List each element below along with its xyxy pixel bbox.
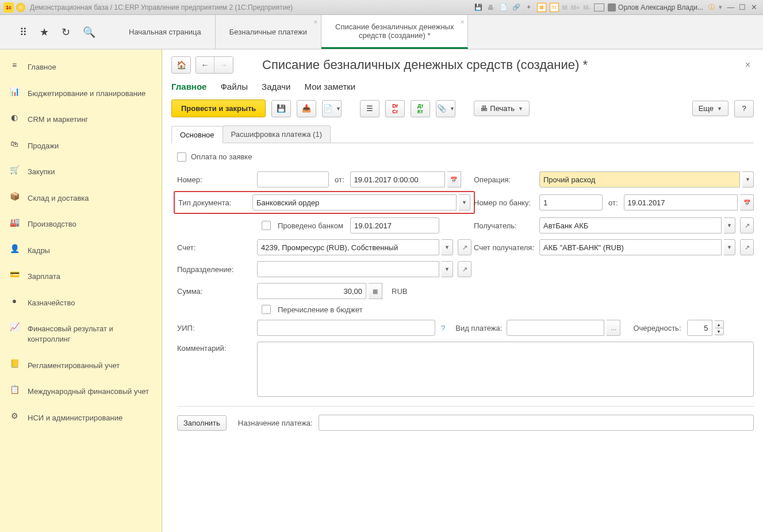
- attach-button[interactable]: 📎▼: [436, 100, 455, 117]
- app-circle-icon[interactable]: [16, 3, 25, 12]
- history-icon[interactable]: ↻: [62, 26, 70, 39]
- doc-type-input[interactable]: Банковский ордер: [252, 194, 457, 210]
- close-page-button[interactable]: ×: [742, 60, 754, 70]
- nav-forward-button[interactable]: →: [214, 57, 233, 73]
- toolbar-panel-icon[interactable]: [594, 3, 604, 12]
- drcr-button[interactable]: DrCr: [385, 100, 405, 117]
- minimize-button[interactable]: —: [725, 3, 737, 12]
- uip-help-icon[interactable]: ?: [438, 324, 448, 332]
- number-input[interactable]: [257, 171, 329, 187]
- bank-number-input[interactable]: 1: [539, 194, 603, 210]
- save-button[interactable]: 💾: [271, 100, 291, 117]
- date-picker-icon[interactable]: 📅: [447, 171, 461, 187]
- operation-dropdown-icon[interactable]: ▼: [742, 171, 754, 187]
- toolbar-doc-icon[interactable]: 📄: [499, 3, 508, 12]
- subtab-decode[interactable]: Расшифровка платежа (1): [223, 125, 331, 143]
- doc-type-dropdown-icon[interactable]: ▼: [459, 194, 470, 210]
- sidebar-item-finresult[interactable]: 📈Финансовый результат и контроллинг: [0, 316, 162, 352]
- account-input[interactable]: 4239, Промресурс (RUB), Собственный: [257, 239, 439, 255]
- pay-by-request-checkbox[interactable]: [177, 152, 186, 162]
- sidebar-item-crm[interactable]: ◐CRM и маркетинг: [0, 106, 162, 133]
- dtkt-button[interactable]: ДтКт: [411, 100, 430, 117]
- help-button[interactable]: ?: [734, 100, 754, 117]
- close-window-button[interactable]: ✕: [748, 3, 760, 12]
- tab-payments[interactable]: Безналичные платежи ×: [216, 15, 321, 49]
- apps-icon[interactable]: ⠿: [20, 26, 27, 39]
- section-tab-notes[interactable]: Мои заметки: [304, 82, 355, 91]
- toolbar-save-icon[interactable]: 💾: [474, 3, 483, 12]
- print-button[interactable]: 🖶 Печать▼: [474, 101, 530, 116]
- post-close-button[interactable]: Провести и закрыть: [171, 99, 266, 117]
- payment-type-input[interactable]: [507, 320, 604, 336]
- tab-home[interactable]: Начальная страница: [115, 15, 216, 49]
- recipient-open-icon[interactable]: ↗: [740, 217, 754, 234]
- section-tab-files[interactable]: Файлы: [220, 82, 248, 91]
- subtab-main[interactable]: Основное: [171, 126, 223, 143]
- recipient-input[interactable]: АвтБанк АКБ: [539, 217, 722, 234]
- tab-writeoff[interactable]: Списание безналичных денежных средств (с…: [321, 15, 468, 49]
- post-button[interactable]: 📥: [297, 100, 316, 117]
- toolbar-mminus-icon[interactable]: M-: [583, 4, 591, 11]
- toolbar-print-icon[interactable]: 🖶: [486, 3, 496, 12]
- date-input[interactable]: 19.01.2017 0:00:00: [350, 171, 445, 187]
- sidebar-item-treasury[interactable]: ●Казначейство: [0, 290, 162, 316]
- posted-bank-date-input[interactable]: 19.01.2017: [350, 217, 439, 234]
- operation-input[interactable]: Прочий расход: [539, 171, 740, 187]
- sidebar-item-prod[interactable]: 🏭Производство: [0, 211, 162, 238]
- sidebar-item-sales[interactable]: 🛍Продажи: [0, 133, 162, 159]
- sidebar-item-intfin[interactable]: 📋Международный финансовый учет: [0, 378, 162, 405]
- maximize-button[interactable]: ☐: [737, 3, 748, 12]
- recip-account-dropdown-icon[interactable]: ▼: [724, 239, 735, 255]
- bank-date-input[interactable]: 19.01.2017: [624, 194, 738, 210]
- budget-transfer-checkbox[interactable]: [262, 305, 271, 314]
- priority-up-icon[interactable]: ▲: [715, 320, 724, 328]
- priority-input[interactable]: 5: [687, 320, 712, 336]
- priority-down-icon[interactable]: ▼: [715, 328, 724, 335]
- toolbar-link-icon[interactable]: 🔗: [512, 3, 521, 12]
- recip-account-input[interactable]: АКБ "АВТ-БАНК" (RUB): [539, 239, 722, 255]
- home-button[interactable]: 🏠: [171, 56, 191, 74]
- section-tab-main[interactable]: Главное: [171, 82, 206, 91]
- sidebar-item-stock[interactable]: 📦Склад и доставка: [0, 185, 162, 212]
- account-open-icon[interactable]: ↗: [458, 239, 471, 255]
- tab-writeoff-close-icon[interactable]: ×: [461, 18, 464, 25]
- list-button[interactable]: ☰: [360, 100, 379, 117]
- create-based-button[interactable]: 📄▼: [322, 100, 342, 117]
- sidebar-item-salary[interactable]: 💳Зарплата: [0, 263, 162, 290]
- sidebar-item-purch[interactable]: 🛒Закупки: [0, 159, 162, 185]
- fill-button[interactable]: Заполнить: [177, 415, 227, 431]
- division-input[interactable]: [257, 261, 439, 277]
- purpose-input[interactable]: [319, 415, 754, 431]
- payment-type-select-icon[interactable]: …: [607, 320, 620, 336]
- favorite-icon[interactable]: ★: [40, 26, 49, 39]
- toolbar-calc-icon[interactable]: ▦: [537, 3, 546, 12]
- sidebar-item-main[interactable]: ≡Главное: [0, 54, 162, 81]
- toolbar-star-icon[interactable]: ✦: [524, 3, 534, 12]
- division-open-icon[interactable]: ↗: [458, 261, 471, 277]
- more-button[interactable]: Еще▼: [692, 101, 729, 116]
- sidebar-item-regacc[interactable]: 📒Регламентированный учет: [0, 353, 162, 379]
- posted-bank-checkbox[interactable]: [262, 221, 271, 230]
- sidebar-item-budget[interactable]: 📊Бюджетирование и планирование: [0, 81, 162, 107]
- recip-account-open-icon[interactable]: ↗: [740, 239, 754, 255]
- tab-payments-close-icon[interactable]: ×: [314, 18, 317, 25]
- nav-back-button[interactable]: ←: [196, 57, 214, 73]
- uip-input[interactable]: [257, 320, 435, 336]
- comment-input[interactable]: [257, 342, 754, 397]
- division-dropdown-icon[interactable]: ▼: [442, 261, 453, 277]
- search-icon[interactable]: 🔍: [83, 26, 95, 39]
- bank-date-picker-icon[interactable]: 📅: [740, 194, 754, 210]
- account-dropdown-icon[interactable]: ▼: [442, 239, 453, 255]
- toolbar-mplus-icon[interactable]: M+: [571, 4, 580, 11]
- recipient-dropdown-icon[interactable]: ▼: [724, 217, 735, 234]
- toolbar-calendar-icon[interactable]: 31: [550, 3, 559, 12]
- info-icon[interactable]: ⓘ: [707, 3, 716, 12]
- toolbar-m-icon[interactable]: M: [562, 4, 568, 11]
- user-display[interactable]: Орлов Александр Влади...: [608, 3, 703, 12]
- amount-calc-icon[interactable]: ▦: [369, 283, 382, 299]
- sidebar-item-hr[interactable]: 👤Кадры: [0, 238, 162, 264]
- amount-input[interactable]: 30,00: [257, 283, 366, 299]
- sidebar-item-nsi[interactable]: ⚙НСИ и администрирование: [0, 405, 162, 431]
- dropdown-icon[interactable]: ▾: [716, 3, 725, 12]
- section-tab-tasks[interactable]: Задачи: [262, 82, 290, 91]
